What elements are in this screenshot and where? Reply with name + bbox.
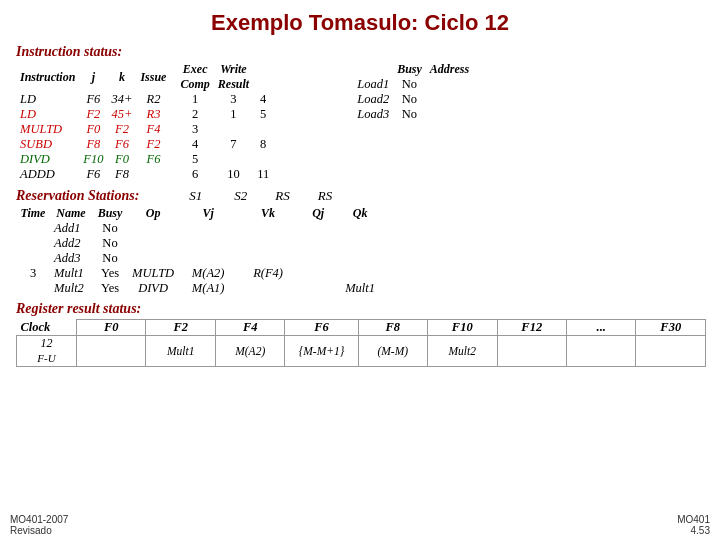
rs-col-op: Op bbox=[128, 206, 178, 221]
reg-value-3: {M-M+1} bbox=[285, 336, 358, 367]
rs-col-time: Time bbox=[16, 206, 50, 221]
rob-col-address: Address bbox=[426, 62, 473, 77]
instr-row: LD F6 34+ R2 1 3 4 bbox=[16, 92, 273, 107]
reg-col-F0: F0 bbox=[77, 320, 146, 336]
instr-row: MULTD F0 F2 F4 3 bbox=[16, 122, 273, 137]
rs-qj-label: RS bbox=[275, 188, 289, 204]
reg-result-table: ClockF0F2F4F6F8F10F12...F30 12F-UMult1M(… bbox=[16, 319, 706, 367]
rs-col-vk: Vk bbox=[238, 206, 298, 221]
rob-row: Load2 No bbox=[353, 92, 473, 107]
footer-left: MO401-2007 Revisado bbox=[10, 514, 68, 536]
register-result-section: Register result status: ClockF0F2F4F6F8F… bbox=[16, 301, 704, 367]
rs-qk-label: RS bbox=[318, 188, 332, 204]
instr-row: LD F2 45+ R3 2 1 5 bbox=[16, 107, 273, 122]
col-issue-reg: Issue bbox=[136, 62, 170, 92]
reg-col-...: ... bbox=[567, 320, 636, 336]
col-exec-comp: ExecComp bbox=[170, 62, 213, 92]
rob-status-table: Busy Address Load1 No Load2 No Load3 No bbox=[353, 62, 473, 122]
instruction-status-table: Instruction j k Issue ExecComp WriteResu… bbox=[16, 62, 273, 182]
reg-value-4: (M-M) bbox=[358, 336, 427, 367]
col-j: j bbox=[79, 62, 107, 92]
reg-value-8 bbox=[636, 336, 706, 367]
reg-value-6 bbox=[497, 336, 566, 367]
instruction-status-section: Instruction status: Instruction j k Issu… bbox=[16, 44, 704, 182]
reg-col-F8: F8 bbox=[358, 320, 427, 336]
rs-s2-label: S2 bbox=[234, 188, 247, 204]
instr-row: SUBD F8 F6 F2 4 7 8 bbox=[16, 137, 273, 152]
reg-value-2: M(A2) bbox=[215, 336, 284, 367]
reg-col-F2: F2 bbox=[146, 320, 215, 336]
rs-s1-label: S1 bbox=[189, 188, 202, 204]
reg-clock-value: 12F-U bbox=[17, 336, 77, 367]
footer-right: MO401 4.53 bbox=[677, 514, 710, 536]
page-title: Exemplo Tomasulo: Ciclo 12 bbox=[0, 0, 720, 42]
reg-clock-header: Clock bbox=[17, 320, 77, 336]
reg-col-F12: F12 bbox=[497, 320, 566, 336]
reg-value-5: Mult2 bbox=[428, 336, 497, 367]
rob-row: Load3 No bbox=[353, 107, 473, 122]
rs-col-qk: Qk bbox=[338, 206, 382, 221]
reg-col-F10: F10 bbox=[428, 320, 497, 336]
reg-col-F6: F6 bbox=[285, 320, 358, 336]
reg-value-1: Mult1 bbox=[146, 336, 215, 367]
rs-col-busy: Busy bbox=[92, 206, 128, 221]
reg-data-row: 12F-UMult1M(A2){M-M+1}(M-M)Mult2 bbox=[17, 336, 706, 367]
rs-col-qj: Qj bbox=[298, 206, 338, 221]
instr-row: ADDD F6 F8 6 10 11 bbox=[16, 167, 273, 182]
reg-section-title: Register result status: bbox=[16, 301, 704, 317]
rob-col-name bbox=[353, 62, 393, 77]
rs-table: Time Name Busy Op Vj Vk Qj Qk Add1 No Ad… bbox=[16, 206, 382, 296]
reg-value-7 bbox=[567, 336, 636, 367]
col-k: k bbox=[108, 62, 137, 92]
rs-section-title: Reservation Stations: bbox=[16, 188, 139, 204]
col-write-result: WriteResult bbox=[214, 62, 253, 92]
reservation-stations-section: Reservation Stations: S1 S2 RS RS Time N… bbox=[16, 188, 704, 296]
instr-row: DIVD F10 F0 F6 5 bbox=[16, 152, 273, 167]
rs-col-name: Name bbox=[50, 206, 92, 221]
col-instruction: Instruction bbox=[16, 62, 79, 92]
reg-value-0 bbox=[77, 336, 146, 367]
rs-col-vj: Vj bbox=[178, 206, 238, 221]
instruction-status-title: Instruction status: bbox=[16, 44, 704, 60]
rs-row: 3 Mult1 Yes MULTD M(A2) R(F4) bbox=[16, 266, 382, 281]
reg-col-F30: F30 bbox=[636, 320, 706, 336]
rob-row: Load1 No bbox=[353, 77, 473, 92]
rs-row: Add3 No bbox=[16, 251, 382, 266]
rs-row: Add2 No bbox=[16, 236, 382, 251]
reg-col-F4: F4 bbox=[215, 320, 284, 336]
rs-row: Mult2 Yes DIVD M(A1) Mult1 bbox=[16, 281, 382, 296]
rs-row: Add1 No bbox=[16, 221, 382, 236]
rob-col-busy: Busy bbox=[393, 62, 426, 77]
